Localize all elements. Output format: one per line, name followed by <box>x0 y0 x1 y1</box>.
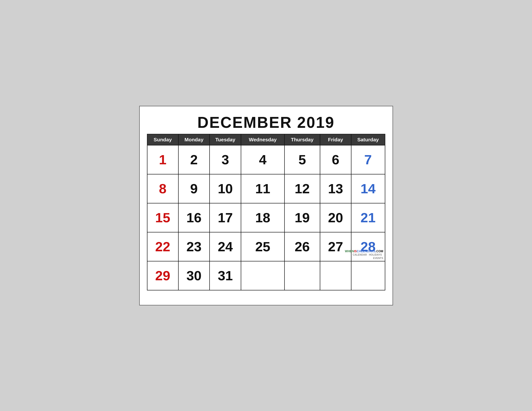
day-number: 30 <box>179 265 209 286</box>
day-number: 31 <box>210 265 241 286</box>
day-number: 21 <box>352 207 385 228</box>
day-30: 30 <box>178 261 209 290</box>
calendar-table: SundayMondayTuesdayWednesdayThursdayFrid… <box>147 134 385 290</box>
day-2: 2 <box>178 145 209 174</box>
day-9: 9 <box>178 174 209 203</box>
calendar-page: DECEMBER 2019 SundayMondayTuesdayWednesd… <box>139 106 393 305</box>
day-number: 23 <box>179 236 209 257</box>
day-number: 7 <box>352 149 385 170</box>
day-26: 26 <box>285 232 320 261</box>
empty-cell <box>285 261 320 290</box>
header-tuesday: Tuesday <box>209 134 241 145</box>
day-20: 20 <box>320 203 351 232</box>
day-number: 17 <box>210 207 241 228</box>
day-21: 21 <box>351 203 385 232</box>
day-number: 14 <box>352 178 385 199</box>
day-25: 25 <box>241 232 285 261</box>
week-row-1: 1234567 <box>147 145 385 174</box>
day-number: 10 <box>210 178 241 199</box>
day-number: 8 <box>147 178 178 199</box>
header-friday: Friday <box>320 134 351 145</box>
day-number: 15 <box>147 207 178 228</box>
day-number: 11 <box>241 178 284 199</box>
day-11: 11 <box>241 174 285 203</box>
day-16: 16 <box>178 203 209 232</box>
day-10: 10 <box>209 174 241 203</box>
day-13: 13 <box>320 174 351 203</box>
day-number: 5 <box>285 149 320 170</box>
day-number: 19 <box>285 207 320 228</box>
header-monday: Monday <box>178 134 209 145</box>
day-number: 18 <box>241 207 284 228</box>
week-row-4: 22232425262728WHENISCALENDARS.COMCALENDA… <box>147 232 385 261</box>
day-number: 29 <box>147 265 178 286</box>
week-row-3: 15161718192021 <box>147 203 385 232</box>
day-number: 4 <box>241 149 284 170</box>
day-1: 1 <box>147 145 178 174</box>
day-31: 31 <box>209 261 241 290</box>
empty-cell <box>241 261 285 290</box>
day-29: 29 <box>147 261 178 290</box>
calendar-title: DECEMBER 2019 <box>147 113 385 131</box>
day-5: 5 <box>285 145 320 174</box>
day-24: 24 <box>209 232 241 261</box>
week-row-2: 891011121314 <box>147 174 385 203</box>
day-19: 19 <box>285 203 320 232</box>
day-number: 3 <box>210 149 241 170</box>
day-23: 23 <box>178 232 209 261</box>
day-number: 6 <box>320 149 351 170</box>
day-28: 28WHENISCALENDARS.COMCALENDAR HOLIDAYS E… <box>351 232 385 261</box>
day-14: 14 <box>351 174 385 203</box>
day-17: 17 <box>209 203 241 232</box>
empty-cell <box>320 261 351 290</box>
header-wednesday: Wednesday <box>241 134 285 145</box>
day-number: 24 <box>210 236 241 257</box>
day-8: 8 <box>147 174 178 203</box>
day-12: 12 <box>285 174 320 203</box>
header-thursday: Thursday <box>285 134 320 145</box>
day-number: 9 <box>179 178 209 199</box>
day-7: 7 <box>351 145 385 174</box>
empty-cell <box>351 261 385 290</box>
day-number: 20 <box>320 207 351 228</box>
day-4: 4 <box>241 145 285 174</box>
day-number: 25 <box>241 236 284 257</box>
day-15: 15 <box>147 203 178 232</box>
day-22: 22 <box>147 232 178 261</box>
day-number: 2 <box>179 149 209 170</box>
day-number: 12 <box>285 178 320 199</box>
header-sunday: Sunday <box>147 134 178 145</box>
week-row-5: 293031 <box>147 261 385 290</box>
day-number: 1 <box>147 149 178 170</box>
day-number: 26 <box>285 236 320 257</box>
day-18: 18 <box>241 203 285 232</box>
header-saturday: Saturday <box>351 134 385 145</box>
header-row: SundayMondayTuesdayWednesdayThursdayFrid… <box>147 134 385 145</box>
day-6: 6 <box>320 145 351 174</box>
day-number: 13 <box>320 178 351 199</box>
day-number: 16 <box>179 207 209 228</box>
day-number: 22 <box>147 236 178 257</box>
day-3: 3 <box>209 145 241 174</box>
